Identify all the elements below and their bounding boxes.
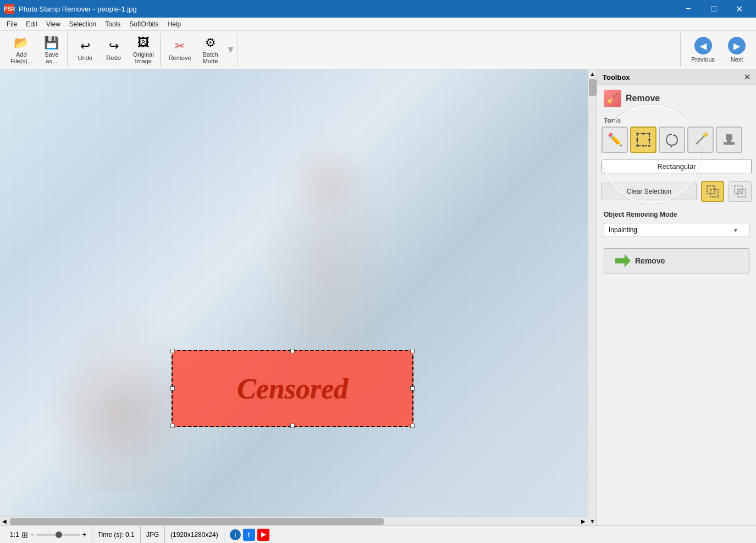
- handle-middle-left[interactable]: [170, 386, 175, 391]
- stamp-tool-icon: [721, 132, 737, 147]
- batch-mode-label: BatchMode: [203, 51, 218, 64]
- handle-bottom-middle[interactable]: [290, 424, 295, 428]
- canvas-image: Censored: [0, 69, 597, 525]
- pencil-tool-icon: ✏️: [608, 133, 622, 147]
- rectangular-tool-button[interactable]: [630, 127, 656, 153]
- save-as-label: Saveas...: [45, 51, 58, 64]
- stamp-tool-button[interactable]: [716, 127, 742, 153]
- canvas-area[interactable]: Censored ▲ ▼ ◀ ▶: [0, 69, 597, 525]
- add-files-button[interactable]: 📂 AddFile(s)...: [7, 33, 36, 67]
- remove-selection-icon: [733, 185, 747, 198]
- app-icon: PSR: [4, 4, 14, 14]
- handle-middle-right[interactable]: [410, 386, 415, 391]
- add-selection-mode-button[interactable]: [701, 181, 724, 202]
- menu-tools[interactable]: Tools: [101, 19, 125, 29]
- next-button[interactable]: ▶ Next: [722, 34, 752, 65]
- zoom-slider[interactable]: [36, 534, 80, 536]
- minimize-button[interactable]: −: [676, 0, 701, 18]
- remove-section-header: 🧹 Remove: [597, 85, 756, 112]
- scroll-up-arrow[interactable]: ▲: [588, 69, 597, 78]
- scroll-right-arrow[interactable]: ▶: [579, 518, 588, 525]
- dimensions-section: (1920x1280x24): [165, 526, 224, 543]
- previous-icon: ◀: [694, 37, 712, 54]
- menu-bar: File Edit View Selection Tools SoftOrbit…: [0, 18, 756, 31]
- menu-help[interactable]: Help: [163, 19, 186, 29]
- ghost-figure: [0, 69, 597, 525]
- svg-line-25: [738, 189, 742, 194]
- info-icon[interactable]: i: [230, 529, 241, 540]
- handle-top-middle[interactable]: [290, 349, 295, 353]
- svg-point-5: [642, 133, 644, 135]
- toolbox-panel: Toolbox ✕ 🧹 Remove Tools ✏️: [597, 69, 756, 525]
- save-as-button[interactable]: 💾 Saveas...: [38, 33, 65, 67]
- scroll-thumb-vertical[interactable]: [589, 79, 597, 96]
- handle-bottom-right[interactable]: [410, 424, 415, 428]
- previous-button[interactable]: ◀ Previous: [685, 34, 721, 65]
- pencil-tool-button[interactable]: ✏️: [602, 127, 628, 153]
- svg-point-8: [648, 139, 650, 141]
- svg-rect-18: [727, 140, 731, 142]
- svg-text:✦: ✦: [704, 132, 708, 138]
- clear-selection-button[interactable]: Clear Selection: [602, 183, 697, 200]
- zoom-thumb[interactable]: [56, 531, 62, 538]
- horizontal-scrollbar[interactable]: ◀ ▶: [0, 517, 588, 525]
- zoom-minus-icon[interactable]: −: [30, 531, 34, 539]
- remove-action-label: Remove: [635, 256, 665, 265]
- remove-action-arrow-icon: [615, 254, 631, 267]
- handle-bottom-left[interactable]: [170, 424, 175, 428]
- remove-selection-mode-button[interactable]: [729, 181, 752, 202]
- remove-toolbar-button[interactable]: ✂ Remove: [165, 36, 195, 64]
- menu-edit[interactable]: Edit: [21, 19, 42, 29]
- scroll-left-arrow[interactable]: ◀: [0, 518, 9, 525]
- rectangular-tool-icon: [636, 132, 651, 147]
- remove-toolbar-label: Remove: [169, 54, 191, 61]
- svg-rect-0: [637, 134, 649, 146]
- magic-wand-tool-icon: ✦: [693, 132, 708, 147]
- toolbar: 📂 AddFile(s)... 💾 Saveas... ↩ Undo ↪ Red…: [0, 31, 756, 69]
- svg-rect-17: [726, 134, 732, 140]
- selection-box[interactable]: Censored: [172, 350, 413, 427]
- maximize-button[interactable]: □: [701, 0, 726, 18]
- vertical-scrollbar[interactable]: ▲ ▼: [588, 69, 597, 525]
- toolbox-close-button[interactable]: ✕: [744, 73, 751, 81]
- undo-button[interactable]: ↩ Undo: [72, 36, 98, 64]
- svg-point-2: [648, 133, 650, 135]
- remove-section-icon: 🧹: [604, 90, 621, 107]
- redo-button[interactable]: ↪ Redo: [101, 36, 127, 64]
- batch-mode-button[interactable]: ⚙ BatchMode: [197, 33, 224, 67]
- toolbox-header: Toolbox ✕: [597, 69, 756, 85]
- menu-file[interactable]: File: [2, 19, 21, 29]
- scroll-down-arrow[interactable]: ▼: [588, 517, 597, 525]
- previous-label: Previous: [691, 56, 715, 63]
- remove-action-button[interactable]: Remove: [604, 248, 749, 273]
- lasso-tool-button[interactable]: [659, 127, 685, 153]
- menu-selection[interactable]: Selection: [65, 19, 101, 29]
- handle-top-right[interactable]: [410, 349, 415, 353]
- next-icon: ▶: [728, 37, 746, 54]
- dropdown-row: Inpainting Smart Fill Texture Synthesis: [597, 221, 756, 239]
- next-label: Next: [731, 56, 743, 63]
- zoom-slider-wrap: − +: [30, 531, 86, 539]
- youtube-icon[interactable]: ▶: [257, 529, 269, 541]
- zoom-plus-icon[interactable]: +: [82, 531, 86, 539]
- svg-rect-19: [724, 142, 735, 145]
- menu-view[interactable]: View: [42, 19, 65, 29]
- close-button[interactable]: ✕: [726, 0, 752, 18]
- original-image-button[interactable]: 🖼 OriginalImage: [129, 33, 158, 67]
- dimensions-label: (1920x1280x24): [170, 531, 218, 539]
- toolbox-title: Toolbox: [603, 73, 630, 81]
- inpainting-dropdown[interactable]: Inpainting Smart Fill Texture Synthesis: [604, 223, 749, 237]
- svg-point-6: [642, 145, 644, 147]
- title-bar: PSR Photo Stamp Remover - people-1.jpg −…: [0, 0, 756, 18]
- clear-selection-row: Clear Selection: [597, 179, 756, 204]
- scroll-thumb-horizontal[interactable]: [10, 518, 384, 525]
- menu-softorbits[interactable]: SoftOrbits: [125, 19, 163, 29]
- magic-wand-tool-button[interactable]: ✦: [687, 127, 714, 153]
- zoom-icon: ⊞: [21, 530, 28, 539]
- zoom-section: 1:1 ⊞ − +: [4, 526, 92, 543]
- time-section: Time (s): 0.1: [92, 526, 141, 543]
- batch-dropdown-arrow[interactable]: ▼: [226, 44, 236, 56]
- handle-top-left[interactable]: [170, 349, 175, 353]
- facebook-icon[interactable]: f: [243, 529, 255, 541]
- add-selection-icon: [706, 185, 719, 198]
